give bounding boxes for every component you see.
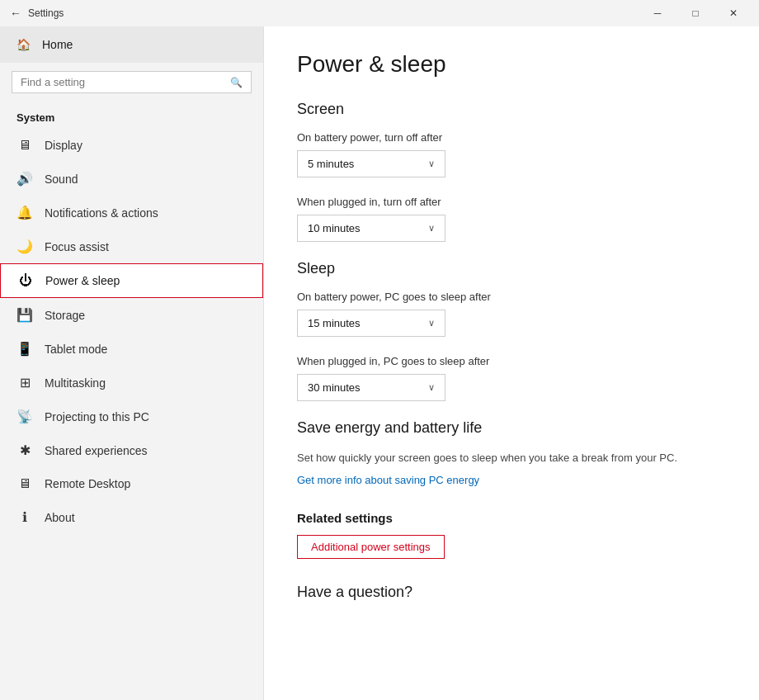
- shared-experiences-icon: ✱: [16, 442, 33, 458]
- battery-sleep-value: 15 minutes: [308, 317, 361, 329]
- titlebar-left: ← Settings: [10, 7, 64, 20]
- sidebar-item-about[interactable]: ℹ About: [0, 500, 263, 534]
- plugged-screen-value: 10 minutes: [308, 222, 361, 234]
- sidebar-item-remote-desktop[interactable]: 🖥 Remote Desktop: [0, 467, 263, 500]
- battery-screen-value: 5 minutes: [308, 158, 354, 170]
- sidebar-item-storage[interactable]: 💾 Storage: [0, 298, 263, 332]
- projecting-icon: 📡: [16, 409, 33, 424]
- sidebar-item-label: Sound: [45, 173, 78, 186]
- tablet-mode-icon: 📱: [16, 341, 33, 357]
- notifications-icon: 🔔: [16, 205, 33, 220]
- sidebar-item-label: Display: [45, 139, 82, 152]
- storage-icon: 💾: [16, 307, 33, 323]
- sidebar-item-shared-experiences[interactable]: ✱ Shared experiences: [0, 433, 263, 467]
- remote-desktop-icon: 🖥: [16, 476, 33, 491]
- titlebar: ← Settings ─ □ ✕: [0, 0, 759, 26]
- multitasking-icon: ⊞: [16, 375, 33, 390]
- sidebar-item-sound[interactable]: 🔊 Sound: [0, 162, 263, 196]
- sidebar-item-label: About: [45, 511, 75, 524]
- chevron-down-icon: ∨: [428, 158, 435, 169]
- titlebar-title: Settings: [28, 7, 64, 19]
- plugged-sleep-value: 30 minutes: [308, 381, 361, 394]
- sidebar: 🏠 Home 🔍 System 🖥 Display 🔊 Sound 🔔 Noti…: [0, 26, 264, 700]
- sound-icon: 🔊: [16, 171, 33, 187]
- battery-screen-label: On battery power, turn off after: [297, 131, 726, 144]
- sidebar-item-label: Notifications & actions: [45, 206, 158, 220]
- battery-screen-dropdown[interactable]: 5 minutes ∨: [297, 150, 446, 177]
- save-energy-desc: Set how quickly your screen goes to slee…: [297, 450, 726, 466]
- power-sleep-icon: ⏻: [17, 273, 34, 288]
- battery-sleep-dropdown[interactable]: 15 minutes ∨: [297, 310, 446, 337]
- sidebar-item-power-sleep[interactable]: ⏻ Power & sleep: [0, 263, 263, 298]
- restore-button[interactable]: □: [676, 0, 714, 26]
- sidebar-item-label: Focus assist: [45, 240, 109, 253]
- back-icon[interactable]: ←: [10, 7, 21, 20]
- sidebar-item-label: Power & sleep: [45, 274, 120, 287]
- chevron-down-icon: ∨: [428, 223, 435, 234]
- home-icon: 🏠: [16, 38, 31, 51]
- plugged-screen-label: When plugged in, turn off after: [297, 196, 726, 208]
- save-energy-link[interactable]: Get more info about saving PC energy: [297, 474, 479, 486]
- display-icon: 🖥: [16, 138, 33, 153]
- sidebar-item-notifications[interactable]: 🔔 Notifications & actions: [0, 196, 263, 229]
- search-icon: 🔍: [230, 77, 243, 88]
- sidebar-item-projecting[interactable]: 📡 Projecting to this PC: [0, 400, 263, 433]
- page-title: Power & sleep: [297, 51, 726, 78]
- search-container[interactable]: 🔍: [12, 71, 252, 93]
- app-container: 🏠 Home 🔍 System 🖥 Display 🔊 Sound 🔔 Noti…: [0, 26, 759, 700]
- close-button[interactable]: ✕: [714, 0, 752, 26]
- plugged-screen-dropdown[interactable]: 10 minutes ∨: [297, 215, 446, 242]
- about-icon: ℹ: [16, 509, 33, 525]
- titlebar-controls: ─ □ ✕: [639, 0, 752, 26]
- content-area: Power & sleep Screen On battery power, t…: [264, 26, 759, 700]
- focus-assist-icon: 🌙: [16, 239, 33, 254]
- minimize-button[interactable]: ─: [639, 0, 676, 26]
- sidebar-item-label: Multitasking: [45, 376, 106, 390]
- chevron-down-icon: ∨: [428, 318, 435, 329]
- sidebar-item-multitasking[interactable]: ⊞ Multitasking: [0, 366, 263, 400]
- save-energy-section-title: Save energy and battery life: [297, 419, 726, 437]
- have-question-title: Have a question?: [297, 584, 726, 601]
- related-settings-title: Related settings: [297, 511, 726, 525]
- sleep-section-title: Sleep: [297, 260, 726, 277]
- sidebar-item-focus-assist[interactable]: 🌙 Focus assist: [0, 229, 263, 263]
- battery-sleep-label: On battery power, PC goes to sleep after: [297, 291, 726, 303]
- home-label: Home: [42, 38, 73, 51]
- sidebar-item-label: Projecting to this PC: [45, 410, 149, 423]
- plugged-sleep-dropdown[interactable]: 30 minutes ∨: [297, 374, 446, 401]
- sidebar-item-display[interactable]: 🖥 Display: [0, 129, 263, 162]
- sidebar-item-tablet-mode[interactable]: 📱 Tablet mode: [0, 332, 263, 366]
- plugged-sleep-label: When plugged in, PC goes to sleep after: [297, 355, 726, 367]
- sidebar-item-label: Storage: [45, 309, 85, 322]
- sidebar-item-label: Tablet mode: [45, 343, 107, 356]
- screen-section-title: Screen: [297, 101, 726, 118]
- sidebar-item-label: Remote Desktop: [45, 477, 130, 490]
- search-input[interactable]: [21, 76, 230, 88]
- chevron-down-icon: ∨: [428, 382, 435, 393]
- sidebar-item-label: Shared experiences: [45, 444, 148, 457]
- additional-power-settings-link[interactable]: Additional power settings: [297, 535, 445, 559]
- home-nav-item[interactable]: 🏠 Home: [0, 26, 263, 63]
- section-label: System: [0, 102, 263, 129]
